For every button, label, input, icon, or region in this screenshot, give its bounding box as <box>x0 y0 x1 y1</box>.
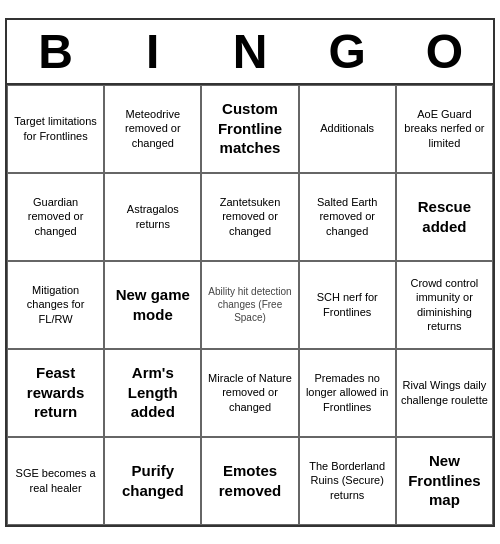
bingo-cell-text-22: Emotes removed <box>206 461 293 500</box>
bingo-cell-text-12: Ability hit detection changes (Free Spac… <box>206 285 293 324</box>
bingo-cell-16[interactable]: Arm's Length added <box>104 349 201 437</box>
bingo-cell-5[interactable]: Guardian removed or changed <box>7 173 104 261</box>
bingo-cell-text-21: Purify changed <box>109 461 196 500</box>
bingo-cell-text-15: Feast rewards return <box>12 363 99 422</box>
bingo-cell-18[interactable]: Premades no longer allowed in Frontlines <box>299 349 396 437</box>
bingo-cell-6[interactable]: Astragalos returns <box>104 173 201 261</box>
bingo-cell-4[interactable]: AoE Guard breaks nerfed or limited <box>396 85 493 173</box>
bingo-header: BINGO <box>7 20 493 85</box>
bingo-cell-24[interactable]: New Frontlines map <box>396 437 493 525</box>
bingo-cell-9[interactable]: Rescue added <box>396 173 493 261</box>
bingo-cell-text-5: Guardian removed or changed <box>12 195 99 238</box>
bingo-cell-19[interactable]: Rival Wings daily challenge roulette <box>396 349 493 437</box>
bingo-cell-text-8: Salted Earth removed or changed <box>304 195 391 238</box>
bingo-cell-text-18: Premades no longer allowed in Frontlines <box>304 371 391 414</box>
bingo-letter-i: I <box>104 20 201 85</box>
bingo-cell-text-23: The Borderland Ruins (Secure) returns <box>304 459 391 502</box>
bingo-card: BINGO Target limitations for FrontlinesM… <box>5 18 495 527</box>
bingo-cell-text-10: Mitigation changes for FL/RW <box>12 283 99 326</box>
bingo-cell-text-19: Rival Wings daily challenge roulette <box>401 378 488 407</box>
bingo-cell-text-3: Additionals <box>320 121 374 135</box>
bingo-cell-2[interactable]: Custom Frontline matches <box>201 85 298 173</box>
bingo-cell-text-9: Rescue added <box>401 197 488 236</box>
bingo-cell-17[interactable]: Miracle of Nature removed or changed <box>201 349 298 437</box>
bingo-cell-14[interactable]: Crowd control immunity or diminishing re… <box>396 261 493 349</box>
bingo-cell-text-11: New game mode <box>109 285 196 324</box>
bingo-cell-text-1: Meteodrive removed or changed <box>109 107 196 150</box>
bingo-cell-13[interactable]: SCH nerf for Frontlines <box>299 261 396 349</box>
bingo-cell-12[interactable]: Ability hit detection changes (Free Spac… <box>201 261 298 349</box>
bingo-cell-0[interactable]: Target limitations for Frontlines <box>7 85 104 173</box>
bingo-cell-1[interactable]: Meteodrive removed or changed <box>104 85 201 173</box>
bingo-cell-text-13: SCH nerf for Frontlines <box>304 290 391 319</box>
bingo-cell-20[interactable]: SGE becomes a real healer <box>7 437 104 525</box>
bingo-cell-text-20: SGE becomes a real healer <box>12 466 99 495</box>
bingo-cell-text-24: New Frontlines map <box>401 451 488 510</box>
bingo-cell-15[interactable]: Feast rewards return <box>7 349 104 437</box>
bingo-cell-21[interactable]: Purify changed <box>104 437 201 525</box>
bingo-cell-8[interactable]: Salted Earth removed or changed <box>299 173 396 261</box>
bingo-cell-text-16: Arm's Length added <box>109 363 196 422</box>
bingo-cell-text-0: Target limitations for Frontlines <box>12 114 99 143</box>
bingo-letter-n: N <box>201 20 298 85</box>
bingo-letter-o: O <box>396 20 493 85</box>
bingo-cell-11[interactable]: New game mode <box>104 261 201 349</box>
bingo-cell-23[interactable]: The Borderland Ruins (Secure) returns <box>299 437 396 525</box>
bingo-cell-text-7: Zantetsuken removed or changed <box>206 195 293 238</box>
bingo-letter-b: B <box>7 20 104 85</box>
bingo-cell-7[interactable]: Zantetsuken removed or changed <box>201 173 298 261</box>
bingo-cell-text-2: Custom Frontline matches <box>206 99 293 158</box>
bingo-cell-22[interactable]: Emotes removed <box>201 437 298 525</box>
bingo-cell-text-6: Astragalos returns <box>109 202 196 231</box>
bingo-cell-10[interactable]: Mitigation changes for FL/RW <box>7 261 104 349</box>
bingo-letter-g: G <box>299 20 396 85</box>
bingo-cell-text-4: AoE Guard breaks nerfed or limited <box>401 107 488 150</box>
bingo-grid: Target limitations for FrontlinesMeteodr… <box>7 85 493 525</box>
bingo-cell-text-14: Crowd control immunity or diminishing re… <box>401 276 488 333</box>
bingo-cell-3[interactable]: Additionals <box>299 85 396 173</box>
bingo-cell-text-17: Miracle of Nature removed or changed <box>206 371 293 414</box>
